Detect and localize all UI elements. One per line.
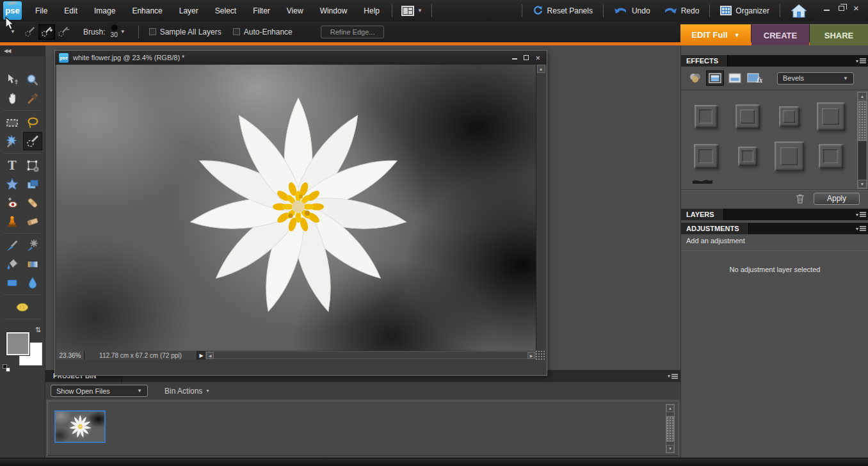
doc-close-button[interactable]: × — [535, 53, 540, 63]
menu-enhance[interactable]: Enhance — [124, 0, 170, 21]
undo-button[interactable]: Undo — [607, 0, 657, 21]
restore-button[interactable] — [836, 3, 847, 13]
eraser-tool[interactable] — [23, 212, 42, 230]
trash-icon[interactable] — [796, 193, 805, 204]
smart-brush-tool[interactable] — [23, 236, 42, 255]
scroll-left-icon[interactable]: ◀ — [206, 352, 214, 359]
bevel-preset[interactable] — [810, 136, 851, 176]
bevel-preset[interactable] — [768, 136, 810, 176]
bevel-preset[interactable] — [768, 97, 810, 136]
menu-layer[interactable]: Layer — [171, 0, 207, 21]
all-effects-button[interactable]: fx — [746, 70, 764, 86]
canvas-vertical-scrollbar[interactable]: ▲ ▼ — [536, 65, 545, 360]
zoom-level-field[interactable]: 23.36% — [56, 351, 84, 360]
sponge-tool[interactable] — [13, 298, 32, 316]
recompose-tool[interactable] — [23, 175, 42, 193]
quick-selection-tool[interactable] — [23, 132, 42, 150]
effects-scrollbar[interactable]: ▲ ▼ — [857, 92, 867, 189]
panel-menu-button[interactable]: ▾ — [856, 212, 866, 218]
default-colors-icon[interactable] — [3, 364, 10, 372]
adjustments-tab[interactable]: ADJUSTMENTS — [681, 223, 749, 234]
layer-styles-button[interactable] — [706, 70, 724, 86]
effects-tab[interactable]: EFFECTS — [681, 55, 728, 67]
panel-menu-button[interactable]: ▾ — [668, 373, 678, 379]
menu-select[interactable]: Select — [207, 0, 245, 21]
filters-button[interactable] — [686, 70, 704, 86]
sample-all-layers-checkbox[interactable]: Sample All Layers — [149, 28, 221, 36]
menu-help[interactable]: Help — [355, 0, 388, 21]
auto-enhance-checkbox[interactable]: Auto-Enhance — [233, 28, 293, 36]
menu-edit[interactable]: Edit — [56, 0, 86, 21]
menu-filter[interactable]: Filter — [245, 0, 278, 21]
eyedropper-tool[interactable] — [23, 89, 42, 108]
bevel-preset[interactable] — [810, 97, 851, 136]
scroll-right-icon[interactable]: ▶ — [527, 352, 535, 359]
document-titlebar[interactable]: pse white flower.jpg @ 23.4% (RGB/8) * × — [55, 51, 547, 65]
bevel-preset[interactable] — [727, 97, 768, 136]
menu-view[interactable]: View — [278, 0, 312, 21]
move-tool[interactable] — [3, 70, 22, 89]
doc-maximize-button[interactable] — [524, 55, 529, 60]
close-button[interactable]: × — [851, 3, 862, 13]
foreground-color-swatch[interactable] — [6, 332, 29, 355]
open-file-thumbnail[interactable] — [54, 410, 106, 443]
scroll-down-icon[interactable]: ▼ — [666, 445, 674, 453]
image-canvas[interactable] — [56, 65, 536, 351]
status-options-arrow[interactable]: ▶ — [197, 351, 205, 360]
tab-share[interactable]: SHARE — [810, 24, 868, 45]
tab-edit-full[interactable]: EDIT Full ▼ — [680, 24, 751, 45]
menu-image[interactable]: Image — [86, 0, 124, 21]
scrollbar-thumb[interactable] — [666, 416, 674, 442]
organizer-button[interactable]: Organizer — [714, 0, 776, 21]
brush-preview[interactable]: 30 — [111, 25, 118, 38]
brush-picker-arrow[interactable]: ▼ — [120, 29, 125, 35]
collapse-palette-button[interactable]: ◀◀ — [0, 45, 45, 56]
scroll-up-icon[interactable]: ▲ — [858, 92, 867, 100]
panel-menu-button[interactable]: ▾ — [856, 58, 866, 64]
bin-actions-button[interactable]: Bin Actions ▾ — [165, 387, 209, 396]
shape-tool[interactable] — [3, 273, 22, 292]
document-window[interactable]: pse white flower.jpg @ 23.4% (RGB/8) * × — [54, 50, 547, 376]
lasso-tool[interactable] — [23, 113, 42, 132]
arrange-windows-button[interactable]: ▼ — [396, 6, 428, 16]
swap-colors-icon[interactable]: ⇅ — [35, 326, 41, 334]
image-dimensions-field[interactable]: 112.78 cm x 67.2 cm (72 ppi) — [84, 351, 197, 360]
canvas-horizontal-scrollbar[interactable]: ◀ ▶ — [205, 351, 536, 359]
new-selection-button[interactable] — [22, 24, 38, 40]
type-tool[interactable]: T — [3, 156, 22, 175]
refine-edge-button[interactable]: Refine Edge... — [321, 26, 385, 38]
brush-tool[interactable] — [3, 236, 22, 255]
redo-button[interactable]: Redo — [657, 0, 706, 21]
scrollbar-thumb[interactable] — [858, 101, 867, 141]
clone-stamp-tool[interactable] — [3, 212, 22, 230]
hand-tool[interactable] — [3, 89, 22, 108]
menu-window[interactable]: Window — [312, 0, 356, 21]
window-resize-grip[interactable] — [536, 351, 545, 360]
layers-tab[interactable]: LAYERS — [681, 209, 724, 220]
healing-brush-tool[interactable] — [23, 193, 42, 212]
add-adjustment-label[interactable]: Add an adjustment — [686, 237, 745, 245]
bevel-preset[interactable] — [685, 97, 727, 136]
crop-tool[interactable] — [23, 156, 42, 175]
bevel-preset[interactable] — [685, 136, 727, 176]
paint-bucket-tool[interactable] — [3, 255, 22, 273]
scroll-up-icon[interactable]: ▲ — [666, 405, 674, 412]
project-bin-scrollbar[interactable]: ▲ ▼ — [666, 404, 675, 453]
blur-tool[interactable] — [23, 273, 42, 292]
cookie-cutter-tool[interactable] — [3, 175, 22, 193]
rectangular-marquee-tool[interactable] — [3, 113, 22, 132]
menu-file[interactable]: File — [27, 0, 56, 21]
panel-menu-button[interactable]: ▾ — [856, 226, 866, 232]
minimize-button[interactable] — [821, 3, 832, 13]
show-open-files-dropdown[interactable]: Show Open Files ▼ — [51, 385, 148, 397]
effects-category-dropdown[interactable]: Bevels ▼ — [777, 72, 854, 84]
tab-create[interactable]: CREATE — [751, 24, 809, 45]
reset-panels-button[interactable]: Reset Panels — [526, 0, 599, 21]
gradient-tool[interactable] — [23, 255, 42, 273]
bevel-preset[interactable] — [727, 136, 768, 176]
magic-wand-tool[interactable] — [3, 132, 22, 150]
scroll-up-icon[interactable]: ▲ — [537, 65, 545, 73]
zoom-tool[interactable] — [23, 70, 42, 89]
doc-minimize-button[interactable] — [512, 53, 517, 63]
photo-effects-button[interactable] — [726, 70, 744, 86]
